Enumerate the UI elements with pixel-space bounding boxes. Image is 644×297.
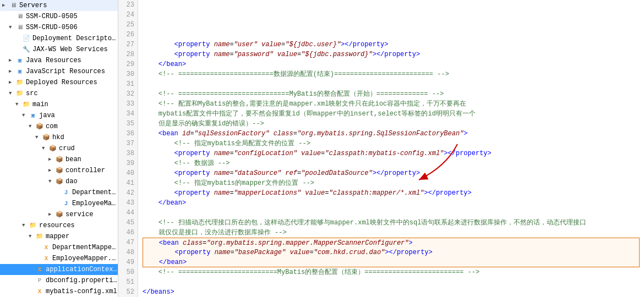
tree-item-deployment-descriptor[interactable]: 📄Deployment Descriptor: SSM-CRUD-05: [0, 33, 118, 44]
line-number: 47: [122, 238, 134, 248]
tree-item-icon: 📁: [15, 89, 24, 98]
line-number: 39: [122, 158, 134, 168]
tree-item-com[interactable]: ▼📦com: [0, 121, 118, 132]
file-tree: ▶🖥Servers🖥SSM-CRUD-0505▼🖥SSM-CRUD-0506📄D…: [0, 0, 118, 297]
line-number: 40: [122, 168, 134, 178]
tree-item-crud[interactable]: ▼📦crud: [0, 143, 118, 154]
tree-item-icon: 📄: [22, 34, 31, 43]
tree-item-src[interactable]: ▼📁src: [0, 88, 118, 99]
tree-item-label: EmployeeMapper.ja: [72, 199, 118, 208]
tree-arrow-icon: ▼: [22, 221, 29, 230]
tree-item-application-context[interactable]: XapplicationContext.xml: [0, 264, 118, 275]
tree-item-icon: 🔧: [22, 45, 31, 54]
tree-item-icon: ▣: [29, 111, 37, 120]
code-line: </bean>: [143, 59, 640, 69]
tree-item-resources[interactable]: ▼📁resources: [0, 220, 118, 231]
code-line: mybatis配置文件中指定了，要不然会报重复id（即mapper中的inser…: [143, 109, 640, 119]
line-number: 50: [122, 267, 134, 277]
tree-item-label: bean: [66, 155, 81, 164]
tree-item-service[interactable]: ▶📦service: [0, 209, 118, 220]
line-number: 27: [122, 40, 134, 50]
tree-arrow-icon: ▼: [15, 100, 22, 109]
tree-item-ssm-crud-0505[interactable]: 🖥SSM-CRUD-0505: [0, 11, 118, 22]
tree-item-label: com: [46, 122, 58, 131]
line-number: 31: [122, 79, 134, 89]
line-number: 32: [122, 89, 134, 99]
code-line: <!-- 配置和MyBatis的整合,需要注意的是mapper.xml映射文件只…: [143, 99, 640, 109]
tree-item-icon: P: [35, 276, 44, 285]
tree-item-label: SSM-CRUD-0505: [26, 12, 78, 21]
tree-item-java[interactable]: ▼▣java: [0, 110, 118, 121]
tree-arrow-icon: ▼: [48, 177, 55, 186]
line-number: 48: [122, 248, 134, 257]
line-number: 30: [122, 69, 134, 79]
line-numbers: 2324252627282930313233343536373839404142…: [118, 0, 138, 297]
tree-item-label: EmployeeMapper.xml: [52, 254, 118, 263]
tree-arrow-icon: ▶: [48, 210, 55, 219]
tree-arrow-icon: ▶: [48, 155, 55, 164]
tree-item-icon: 📁: [29, 221, 37, 230]
code-line: [143, 79, 640, 89]
code-content[interactable]: <property name="user" value="${jdbc.user…: [138, 0, 644, 297]
tree-item-label: main: [32, 100, 48, 109]
tree-item-department-mapper-xml[interactable]: XDepartmentMapper.xml: [0, 242, 118, 253]
tree-item-servers[interactable]: ▶🖥Servers: [0, 0, 118, 11]
tree-item-label: crud: [59, 144, 75, 153]
tree-item-employee-mapper-ja[interactable]: JEmployeeMapper.ja: [0, 198, 118, 209]
tree-item-icon: 🖥: [15, 12, 24, 21]
tree-item-label: controller: [66, 166, 105, 175]
line-number: 33: [122, 99, 134, 109]
tree-item-javascript-resources[interactable]: ▶▣JavaScript Resources: [0, 66, 118, 77]
tree-item-icon: X: [35, 287, 44, 296]
code-line: <property name="password" value="${jdbc.…: [143, 50, 640, 59]
tree-item-label: service: [66, 210, 93, 219]
line-number: 42: [122, 188, 134, 198]
line-number: 36: [122, 129, 134, 139]
tree-item-dbconfig[interactable]: Pdbconfig.properties: [0, 275, 118, 286]
line-number: 25: [122, 20, 134, 30]
tree-item-java-resources[interactable]: ▶▣Java Resources: [0, 55, 118, 66]
tree-arrow-icon: ▶: [9, 56, 15, 65]
code-line: [143, 208, 640, 218]
line-number: 45: [122, 218, 134, 228]
line-number: 23: [122, 0, 134, 10]
tree-item-label: Servers: [19, 1, 47, 10]
tree-item-icon: 📦: [55, 210, 64, 219]
code-line: <!-- ============================MyBatis…: [143, 89, 640, 99]
tree-item-mybatis-config[interactable]: Xmybatis-config.xml: [0, 286, 118, 297]
tree-item-main[interactable]: ▼📁main: [0, 99, 118, 110]
line-number: 35: [122, 119, 134, 129]
tree-item-ssm-crud-0506[interactable]: ▼🖥SSM-CRUD-0506: [0, 22, 118, 33]
tree-arrow-icon: ▼: [42, 144, 48, 153]
tree-arrow-icon: ▶: [48, 166, 55, 175]
tree-item-hkd[interactable]: ▼📦hkd: [0, 132, 118, 143]
tree-item-icon: X: [42, 243, 51, 252]
tree-item-bean[interactable]: ▶📦bean: [0, 154, 118, 165]
tree-arrow-icon: ▼: [9, 23, 15, 32]
tree-item-controller[interactable]: ▶📦controller: [0, 165, 118, 176]
tree-item-jax-ws[interactable]: 🔧JAX-WS Web Services: [0, 44, 118, 55]
code-line: <!-- 指定mybatis的mapper文件的位置 -->: [143, 178, 640, 188]
tree-item-label: JavaScript Resources: [26, 67, 105, 76]
line-number: 41: [122, 178, 134, 188]
line-number: 28: [122, 50, 134, 59]
tree-item-icon: 📦: [42, 133, 51, 142]
code-line: <property name="basePackage" value="com.…: [143, 248, 640, 257]
code-line: <property name="user" value="${jdbc.user…: [143, 40, 640, 50]
tree-item-label: resources: [39, 221, 75, 230]
tree-item-label: JAX-WS Web Services: [32, 45, 108, 54]
tree-arrow-icon: ▼: [35, 133, 42, 142]
tree-arrow-icon: ▶: [9, 78, 15, 87]
code-line: <!-- 数据源 -->: [143, 158, 640, 168]
code-line: [143, 277, 640, 287]
tree-item-dao[interactable]: ▼📦dao: [0, 176, 118, 187]
tree-item-department-mapper[interactable]: JDepartmentMapper.: [0, 187, 118, 198]
tree-item-label: DepartmentMapper.: [72, 188, 118, 197]
tree-item-mapper[interactable]: ▼📁mapper: [0, 231, 118, 242]
code-area: 2324252627282930313233343536373839404142…: [118, 0, 644, 297]
tree-item-employee-mapper-xml[interactable]: XEmployeeMapper.xml: [0, 253, 118, 264]
tree-arrow-icon: ▶: [9, 67, 15, 76]
tree-item-deployed-resources[interactable]: ▶📁Deployed Resources: [0, 77, 118, 88]
tree-item-label: mybatis-config.xml: [46, 287, 117, 296]
tree-item-label: Deployed Resources: [26, 78, 97, 87]
